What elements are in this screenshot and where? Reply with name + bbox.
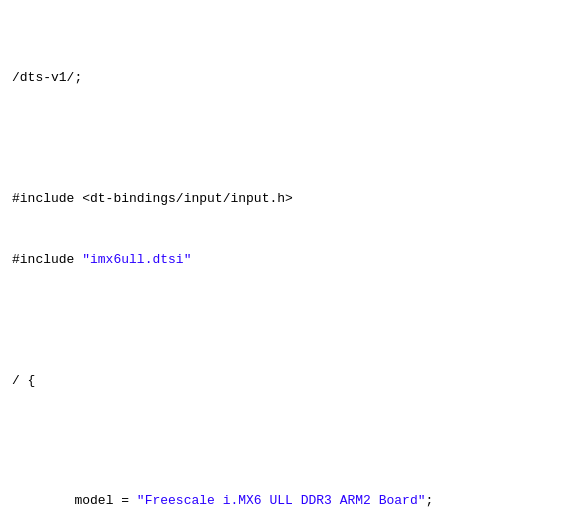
line-inc2: #include "imx6ull.dtsi" xyxy=(12,250,561,270)
line-blank3 xyxy=(12,431,561,451)
line-root-open: / { xyxy=(12,371,561,391)
line-model: model = "Freescale i.MX6 ULL DDR3 ARM2 B… xyxy=(12,491,561,511)
line-dts: /dts-v1/; xyxy=(12,68,561,88)
code-editor: /dts-v1/; #include <dt-bindings/input/in… xyxy=(0,0,573,529)
line-inc1: #include <dt-bindings/input/input.h> xyxy=(12,189,561,209)
line-blank1 xyxy=(12,129,561,149)
line-blank2 xyxy=(12,310,561,330)
